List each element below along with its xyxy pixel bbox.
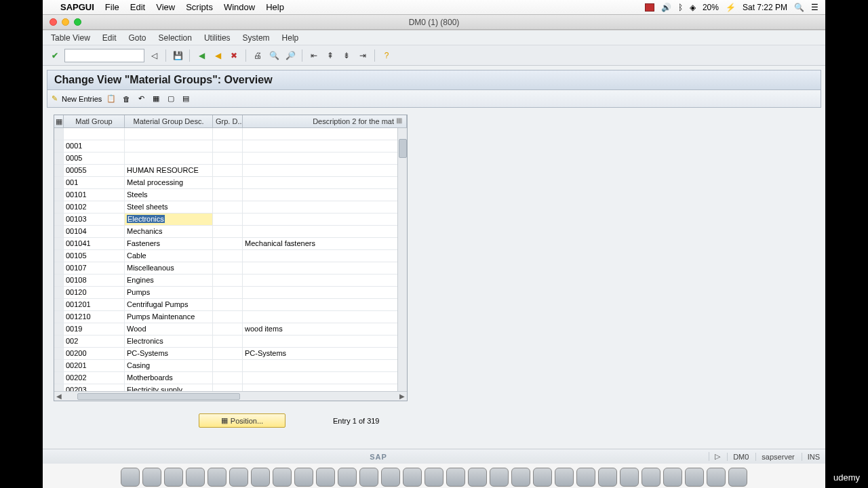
cell-grp-d[interactable] — [213, 360, 243, 371]
col-desc2[interactable]: Description 2 for the mat — [243, 115, 407, 127]
cell-desc[interactable]: Centrifugal Pumps — [125, 299, 213, 310]
cell-desc[interactable]: PC-Systems — [125, 348, 213, 359]
cell-grp-d[interactable] — [213, 372, 243, 384]
cell-grp-d[interactable] — [213, 287, 243, 298]
dock-scissors[interactable] — [403, 468, 422, 487]
cell-grp-d[interactable] — [213, 250, 243, 262]
sap-menu-utilities[interactable]: Utilities — [204, 33, 231, 43]
cell-desc[interactable]: Wood — [125, 323, 213, 335]
cell-desc[interactable]: Mechanics — [125, 226, 213, 237]
dock-help[interactable] — [381, 468, 400, 487]
dock-notes[interactable] — [294, 468, 313, 487]
cell-matl-group[interactable]: 00055 — [64, 165, 125, 176]
row-selector[interactable] — [54, 360, 64, 371]
cell-desc2[interactable] — [243, 336, 407, 347]
deselect-icon[interactable]: ▢ — [165, 94, 176, 104]
cell-desc2[interactable] — [243, 299, 407, 310]
sap-menu-help[interactable]: Help — [282, 33, 299, 43]
row-selector[interactable] — [54, 201, 64, 213]
cell-desc[interactable]: Motherboards — [125, 372, 213, 384]
table-settings-icon[interactable]: ▦ — [396, 117, 406, 126]
row-selector[interactable] — [54, 299, 64, 310]
dropdown-icon[interactable]: ◁ — [147, 49, 161, 62]
command-field[interactable] — [64, 49, 144, 62]
dock-launchpad[interactable] — [208, 468, 226, 487]
cell-desc[interactable] — [125, 128, 213, 140]
dock-photos[interactable] — [446, 468, 465, 487]
table-row[interactable]: 0005 — [54, 152, 407, 165]
table-row[interactable]: 00105Cable — [54, 250, 407, 262]
battery-icon[interactable]: ⚡ — [726, 3, 736, 12]
table-row[interactable]: 00103Electronics — [54, 214, 407, 226]
table-row[interactable]: 00200PC-SystemsPC-Systems — [54, 348, 407, 360]
cell-desc[interactable] — [125, 152, 213, 164]
cell-grp-d[interactable] — [213, 165, 243, 176]
cell-matl-group[interactable]: 00202 — [64, 372, 125, 384]
wifi-icon[interactable]: ◈ — [690, 3, 696, 12]
find-icon[interactable]: 🔍 — [267, 49, 281, 62]
save-icon[interactable]: 💾 — [171, 49, 184, 62]
cell-matl-group[interactable]: 00200 — [64, 348, 125, 359]
dock-sublime[interactable] — [598, 468, 617, 487]
table-row[interactable]: 00201Casing — [54, 360, 407, 372]
cell-matl-group[interactable]: 00103 — [64, 214, 125, 225]
cell-matl-group[interactable]: 001041 — [64, 238, 125, 249]
cell-desc[interactable]: Pumps — [125, 287, 213, 298]
cell-matl-group[interactable]: 0019 — [64, 323, 125, 335]
cell-desc[interactable]: HUMAN RESOURCE — [125, 165, 213, 176]
table-row[interactable]: 00101Steels — [54, 189, 407, 201]
cell-desc[interactable]: Cable — [125, 250, 213, 262]
cell-desc[interactable]: Pumps Maintenance — [125, 311, 213, 323]
dock-safari[interactable] — [142, 468, 161, 487]
cell-desc2[interactable] — [243, 262, 407, 274]
cell-matl-group[interactable]: 00108 — [64, 274, 125, 286]
enter-icon[interactable]: ✔ — [48, 49, 62, 62]
cell-desc[interactable]: Metal processing — [125, 177, 213, 188]
cell-matl-group[interactable]: 0005 — [64, 152, 125, 164]
back-icon[interactable]: ◀ — [195, 49, 208, 62]
dock-settings[interactable] — [511, 468, 530, 487]
wand-icon[interactable]: ✎ — [52, 94, 58, 103]
cell-desc2[interactable] — [243, 214, 407, 225]
cell-desc2[interactable] — [243, 384, 407, 391]
dock-textedit[interactable] — [186, 468, 205, 487]
table-row[interactable]: 00102Steel sheets — [54, 201, 407, 214]
cell-matl-group[interactable]: 00120 — [64, 287, 125, 298]
notification-icon[interactable]: ☰ — [811, 3, 818, 12]
table-row[interactable]: 001210Pumps Maintenance — [54, 311, 407, 323]
print-icon[interactable]: 🖨 — [251, 49, 264, 62]
cell-matl-group[interactable]: 00102 — [64, 201, 125, 213]
cell-desc2[interactable] — [243, 189, 407, 201]
table-row[interactable] — [54, 128, 407, 140]
undo-icon[interactable]: ↶ — [136, 94, 146, 104]
new-entries-button[interactable]: New Entries — [62, 95, 102, 103]
cell-desc2[interactable] — [243, 372, 407, 384]
dock-firefox[interactable] — [338, 468, 357, 487]
cell-desc[interactable]: Steels — [125, 189, 213, 201]
dock-filezilla[interactable] — [576, 468, 595, 487]
cell-grp-d[interactable] — [213, 348, 243, 359]
dock-keynote[interactable] — [555, 468, 574, 487]
row-selector[interactable] — [54, 336, 64, 347]
table-row[interactable]: 00108Engines — [54, 274, 407, 287]
row-selector[interactable] — [54, 250, 64, 262]
dock-folder1[interactable] — [663, 468, 682, 487]
cell-desc[interactable]: Casing — [125, 360, 213, 371]
col-matl-group[interactable]: Matl Group — [64, 115, 125, 127]
menu-file[interactable]: File — [105, 2, 119, 12]
table-row[interactable]: 001Metal processing — [54, 177, 407, 189]
cell-desc2[interactable] — [243, 311, 407, 323]
row-selector[interactable] — [54, 177, 64, 188]
table-row[interactable]: 00055HUMAN RESOURCE — [54, 165, 407, 177]
clock[interactable]: Sat 7:22 PM — [743, 3, 787, 12]
menu-scripts[interactable]: Scripts — [186, 2, 213, 12]
cell-grp-d[interactable] — [213, 201, 243, 213]
cell-desc[interactable]: Fasteners — [125, 238, 213, 249]
cell-matl-group[interactable]: 001 — [64, 177, 125, 188]
cell-desc[interactable] — [125, 140, 213, 152]
cell-desc[interactable]: Engines — [125, 274, 213, 286]
delete-icon[interactable]: 🗑 — [121, 94, 132, 104]
dock-terminal[interactable] — [533, 468, 552, 487]
cell-desc2[interactable] — [243, 360, 407, 371]
row-selector[interactable] — [54, 226, 64, 237]
